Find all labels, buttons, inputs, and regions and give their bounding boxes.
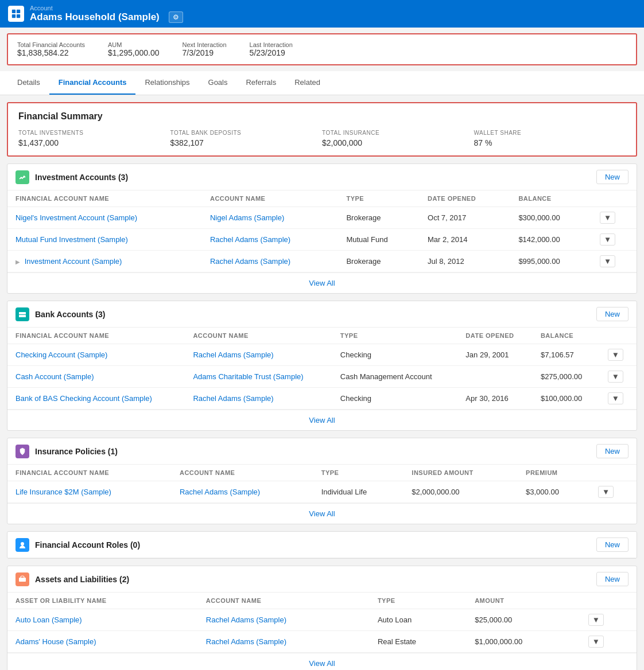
assets-liabilities-header-left: Assets and Liabilities (2) [15,572,129,586]
investment-accounts-section: Investment Accounts (3) New FINANCIAL AC… [7,163,637,294]
account-link[interactable]: Rachel Adams (Sample) [206,616,286,624]
tab-relationships[interactable]: Relationships [135,71,199,95]
column-header: INSURED AMOUNT [404,465,518,481]
insurance-policies-table: FINANCIAL ACCOUNT NAMEACCOUNT NAMETYPEIN… [7,465,637,503]
investment-accounts-view-all[interactable]: View All [7,272,637,293]
financial-account-name-cell: Bank of BAS Checking Account (Sample) [7,388,185,410]
column-header: TYPE [338,190,420,207]
row-dropdown-button[interactable]: ▼ [608,392,623,404]
bank-accounts-view-all[interactable]: View All [7,410,637,430]
column-header: DATE OPENED [420,190,510,207]
investment-accounts-table: FINANCIAL ACCOUNT NAMEACCOUNT NAMETYPEDA… [7,190,637,272]
amount-cell: $25,000.00 [467,609,580,631]
column-header: ACCOUNT NAME [198,593,370,609]
financial-account-link[interactable]: Nigel's Investment Account (Sample) [15,213,137,222]
column-header-actions [590,465,637,481]
bank-accounts-table: FINANCIAL ACCOUNT NAMEACCOUNT NAMETYPEDA… [7,328,637,410]
tab-details[interactable]: Details [8,71,49,95]
column-header: ACCOUNT NAME [185,328,332,344]
row-actions-cell: ▼ [600,344,637,366]
type-cell: Checking [332,388,458,410]
assets-liabilities-table: ASSET OR LIABILITY NAMEACCOUNT NAMETYPEA… [7,593,637,653]
account-link[interactable]: Rachel Adams (Sample) [180,488,260,496]
tab-referrals[interactable]: Referrals [236,71,285,95]
date-opened-cell: Oct 7, 2017 [420,207,510,229]
row-dropdown-button[interactable]: ▼ [588,614,604,626]
investment-accounts-new-button[interactable]: New [596,170,629,184]
type-cell: Cash Management Account [332,366,458,388]
fs-metric: WALLET SHARE87 % [474,130,626,147]
financial-account-link[interactable]: Checking Account (Sample) [15,350,107,359]
column-header-actions [580,593,637,609]
insurance-policies-view-all[interactable]: View All [7,503,637,524]
row-dropdown-button[interactable]: ▼ [600,255,615,267]
financial-account-link[interactable]: Mutual Fund Investment (Sample) [15,235,128,244]
table-row: Bank of BAS Checking Account (Sample) Ra… [7,388,637,410]
table-row: Adams' House (Sample) Rachel Adams (Samp… [7,631,637,653]
date-opened-cell: Jan 29, 2001 [457,344,533,366]
row-actions-cell: ▼ [600,388,637,410]
tab-related[interactable]: Related [285,71,329,95]
financial-account-name-cell: Nigel's Investment Account (Sample) [7,207,202,229]
account-link[interactable]: Rachel Adams (Sample) [193,394,273,403]
asset-liability-link[interactable]: Adams' House (Sample) [15,637,96,646]
account-link[interactable]: Rachel Adams (Sample) [193,350,273,359]
insurance-policies-new-button[interactable]: New [596,444,629,458]
row-dropdown-button[interactable]: ▼ [588,636,604,648]
investment-accounts-icon [15,170,29,184]
column-header: FINANCIAL ACCOUNT NAME [7,465,172,481]
financial-summary-section: Financial Summary TOTAL INVESTMENTS$1,43… [7,102,637,157]
financial-account-name-cell: Life Insurance $2M (Sample) [7,481,172,503]
financial-account-link[interactable]: Bank of BAS Checking Account (Sample) [15,394,152,403]
asset-liability-name-cell: Adams' House (Sample) [7,631,198,653]
asset-liability-link[interactable]: Auto Loan (Sample) [15,616,82,624]
balance-cell: $275,000.00 [533,366,600,388]
bank-accounts-new-button[interactable]: New [596,307,629,321]
account-name: Adams Household (Sample) [30,11,160,23]
financial-account-link[interactable]: Cash Account (Sample) [15,372,94,381]
date-opened-cell: Apr 30, 2016 [457,388,533,410]
insurance-policies-section: Insurance Policies (1) New FINANCIAL ACC… [7,438,637,524]
account-link[interactable]: Adams Charitable Trust (Sample) [193,372,303,381]
fs-metric: TOTAL BANK DEPOSITS$382,107 [170,130,323,147]
column-header: ACCOUNT NAME [202,190,338,207]
row-actions-cell: ▼ [592,251,637,272]
tab-goals[interactable]: Goals [199,71,237,95]
table-row: Mutual Fund Investment (Sample) Rachel A… [7,229,637,251]
assets-liabilities-view-all[interactable]: View All [7,653,637,670]
column-header: FINANCIAL ACCOUNT NAME [7,190,202,207]
column-header: AMOUNT [467,593,580,609]
assets-liabilities-new-button[interactable]: New [596,572,629,586]
investment-accounts-title: Investment Accounts (3) [35,173,128,182]
column-header: ASSET OR LIABILITY NAME [7,593,198,609]
tab-financial-accounts[interactable]: Financial Accounts [49,71,136,95]
financial-account-link[interactable]: Life Insurance $2M (Sample) [15,488,111,496]
account-link[interactable]: Rachel Adams (Sample) [210,257,290,266]
bank-accounts-header-left: Bank Accounts (3) [15,307,105,321]
summary-metric: Next Interaction7/3/2019 [183,41,227,57]
financial-account-roles-new-button[interactable]: New [596,537,629,552]
column-header: FINANCIAL ACCOUNT NAME [7,328,185,344]
financial-account-link[interactable]: Investment Account (Sample) [25,257,122,266]
account-link[interactable]: Rachel Adams (Sample) [210,235,290,244]
type-cell: Real Estate [370,631,467,653]
table-row: Life Insurance $2M (Sample) Rachel Adams… [7,481,637,503]
hierarchy-button[interactable]: ⚙ [169,11,183,23]
account-link[interactable]: Nigel Adams (Sample) [210,213,284,222]
account-info: Account Adams Household (Sample) ⚙ [30,5,183,23]
account-name-cell: Rachel Adams (Sample) [198,631,370,653]
row-dropdown-button[interactable]: ▼ [598,486,614,498]
svg-rect-8 [19,578,26,582]
account-link[interactable]: Rachel Adams (Sample) [206,637,286,646]
date-opened-cell: Mar 2, 2014 [420,229,510,251]
type-cell: Individual Life [313,481,404,503]
row-dropdown-button[interactable]: ▼ [608,349,623,361]
row-dropdown-button[interactable]: ▼ [600,233,615,246]
bank-accounts-icon [15,307,29,321]
account-name-cell: Rachel Adams (Sample) [198,609,370,631]
balance-cell: $100,000.00 [533,388,600,410]
row-dropdown-button[interactable]: ▼ [608,371,623,383]
expand-icon[interactable]: ▶ [15,259,20,265]
row-dropdown-button[interactable]: ▼ [600,212,615,224]
row-actions-cell: ▼ [600,366,637,388]
